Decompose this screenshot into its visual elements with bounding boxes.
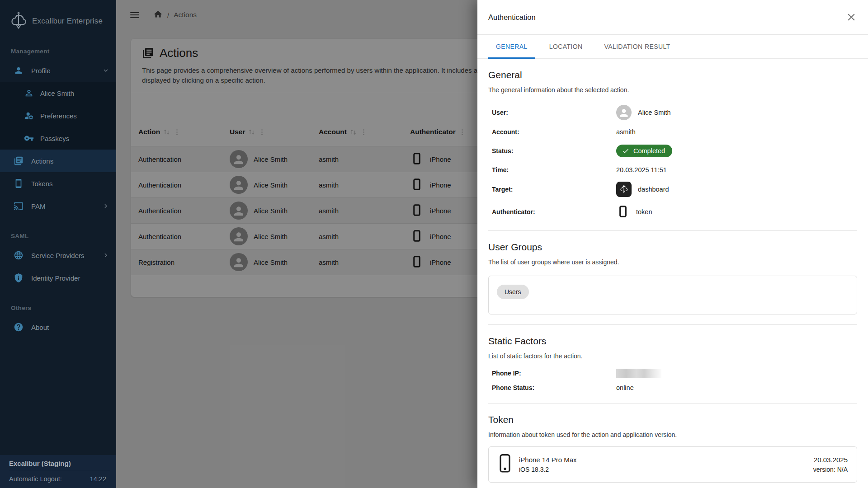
token-card: iPhone 14 Pro Max iOS 18.3.2 20.03.2025 … [488, 446, 857, 483]
target-value: dashboard [638, 186, 669, 193]
user-groups-box: Users [488, 276, 857, 314]
token-description: Information about token used for the act… [488, 431, 857, 438]
manage-accounts-icon [24, 111, 34, 121]
sidebar-item-pam[interactable]: PAM [0, 195, 116, 217]
status-badge: Completed [616, 145, 672, 157]
section-label-management: Management [0, 33, 116, 59]
phone-ip-label: Phone IP: [492, 370, 616, 377]
tab-validation-result[interactable]: Validation Result [596, 35, 678, 58]
globe-icon [14, 250, 24, 260]
account-value: asmith [616, 128, 636, 136]
cast-icon [14, 201, 24, 211]
tab-location[interactable]: Location [542, 35, 590, 58]
section-label-saml: SAML [0, 217, 116, 244]
time-label: Time: [492, 166, 616, 174]
smartphone-icon [14, 178, 24, 188]
section-divider [488, 324, 857, 325]
token-os-version: iOS 18.3.2 [519, 466, 577, 473]
sidebar-item-alice-smith[interactable]: Alice Smith [0, 82, 116, 104]
user-groups-heading: User Groups [488, 242, 857, 253]
status-label: Status: [492, 147, 616, 155]
authenticator-value: token [636, 208, 652, 216]
sidebar-item-preferences[interactable]: Preferences [0, 104, 116, 127]
help-icon [14, 322, 24, 332]
general-fields: User: Alice Smith Account: asmith Status… [488, 104, 857, 221]
profile-submenu: Alice Smith Preferences Passkeys [0, 82, 116, 150]
user-label: User: [492, 109, 616, 116]
shield-info-icon [14, 273, 24, 283]
sidebar-item-label: Actions [31, 157, 53, 165]
close-icon[interactable] [845, 11, 857, 23]
environment-label: Excalibur (Staging) [0, 455, 116, 471]
sidebar-footer: Excalibur (Staging) Automatic Logout: 14… [0, 455, 116, 488]
sidebar-item-label: PAM [31, 202, 45, 210]
brand-name: Excalibur Enterprise [32, 17, 103, 26]
sidebar: Excalibur Enterprise Management Profile … [0, 0, 116, 488]
chevron-down-icon [102, 66, 110, 75]
sidebar-item-label: Alice Smith [40, 89, 74, 97]
sidebar-item-service-providers[interactable]: Service Providers [0, 244, 116, 267]
sidebar-item-actions[interactable]: Actions [0, 150, 116, 172]
phone-status-value: online [616, 384, 634, 391]
auto-logout-label: Automatic Logout: [9, 475, 62, 483]
section-divider [488, 403, 857, 404]
section-divider [488, 230, 857, 231]
general-heading: General [488, 70, 857, 80]
excalibur-target-icon [616, 182, 632, 197]
account-label: Account: [492, 128, 616, 136]
token-device-name: iPhone 14 Pro Max [519, 456, 577, 464]
tab-general[interactable]: General [488, 35, 535, 58]
sidebar-item-label: Passkeys [40, 135, 69, 142]
phone-ip-redacted-value [616, 369, 661, 378]
smartphone-icon [616, 205, 630, 220]
general-description: The general information about the select… [488, 86, 857, 94]
target-label: Target: [492, 186, 616, 193]
sidebar-item-label: Profile [31, 67, 51, 75]
application-window: Excalibur Enterprise Management Profile … [0, 0, 868, 488]
authenticator-label: Authenticator: [492, 208, 616, 216]
sidebar-item-label: Preferences [40, 112, 77, 120]
token-date: 20.03.2025 [813, 456, 848, 464]
sidebar-item-identity-provider[interactable]: Identity Provider [0, 267, 116, 289]
sidebar-item-profile[interactable]: Profile [0, 59, 116, 82]
key-icon [24, 133, 34, 143]
sidebar-item-label: Service Providers [31, 252, 85, 259]
static-factors-description: List of static factors for the action. [488, 352, 857, 360]
phone-status-label: Phone Status: [492, 384, 616, 391]
static-factors-heading: Static Factors [488, 336, 857, 347]
person-outline-icon [24, 88, 34, 98]
check-icon [622, 147, 629, 155]
sidebar-item-tokens[interactable]: Tokens [0, 172, 116, 195]
drawer-title: Authentication [488, 13, 536, 22]
section-label-others: Others [0, 289, 116, 316]
auto-logout-timer: 14:22 [90, 475, 106, 483]
person-icon [14, 66, 24, 75]
brand: Excalibur Enterprise [0, 0, 116, 33]
chevron-right-icon [102, 202, 110, 210]
avatar [616, 105, 632, 120]
time-value: 20.03.2025 11:51 [616, 166, 667, 174]
sidebar-item-label: Tokens [31, 180, 53, 188]
sidebar-item-label: Identity Provider [31, 274, 80, 282]
sidebar-item-about[interactable]: About [0, 316, 116, 338]
excalibur-logo-icon [8, 11, 29, 32]
library-books-icon [14, 156, 24, 166]
detail-drawer: Authentication General Location Validati… [477, 0, 868, 488]
chevron-right-icon [102, 251, 110, 259]
token-app-version: version: N/A [813, 466, 848, 473]
sidebar-item-passkeys[interactable]: Passkeys [0, 127, 116, 150]
user-groups-description: The list of user groups where user is as… [488, 258, 857, 266]
token-heading: Token [488, 414, 857, 425]
drawer-tabs: General Location Validation Result [477, 35, 868, 59]
sidebar-item-label: About [31, 324, 49, 331]
smartphone-icon [498, 453, 512, 476]
user-value: Alice Smith [638, 109, 671, 116]
group-chip-users[interactable]: Users [497, 285, 529, 299]
